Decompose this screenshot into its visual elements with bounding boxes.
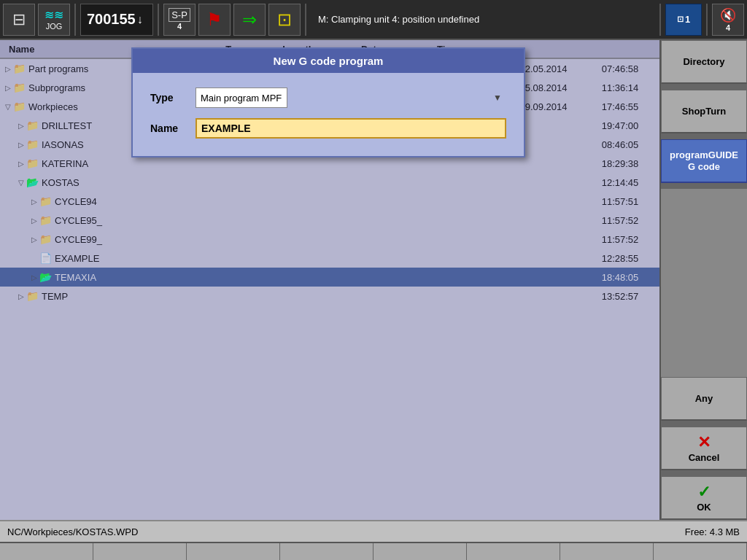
cancel-label: Cancel (689, 452, 720, 464)
sidebar-spacer-1 (661, 189, 747, 377)
new-gcode-dialog: New G code program Type Main program MPF… (131, 47, 525, 158)
mute-icon: 🔇 (720, 7, 736, 23)
file-browser: Name Type Length Date Time ▷📁Part progra… (0, 40, 659, 520)
modal-body: Type Main program MPF Subprogram SPF Cyc… (133, 73, 524, 156)
btn4b-label: 4 (726, 23, 730, 32)
jog-button[interactable]: ≋≋ JOG (38, 4, 70, 36)
shopturn-label: ShopTurn (682, 106, 726, 117)
sidebar-gap-2 (661, 133, 747, 139)
select-arrow-icon: ▼ (493, 93, 502, 103)
sidebar-gap-1 (661, 84, 747, 90)
sidebar-gap-5 (661, 470, 747, 476)
type-select-wrapper: Main program MPF Subprogram SPF Cycle ▼ (196, 88, 506, 108)
sep4 (659, 4, 661, 36)
sp-icon: S-P (169, 8, 190, 22)
bottom-btn-7[interactable] (560, 543, 654, 560)
type-select[interactable]: Main program MPF Subprogram SPF Cycle (196, 88, 287, 108)
modal-title: New G code program (133, 49, 524, 73)
ok-button[interactable]: ✓ OK (661, 476, 747, 520)
cancel-button[interactable]: ✕ Cancel (661, 427, 747, 470)
sep5 (706, 4, 708, 36)
yellow-icon-button[interactable]: ⊡ (268, 4, 301, 36)
green-arrow-icon: ⇒ (242, 9, 257, 30)
ok-check-icon: ✓ (697, 483, 711, 502)
ok-label: OK (697, 502, 711, 513)
sep3 (305, 4, 306, 36)
yellow-icon: ⊡ (277, 9, 292, 30)
directory-label: Directory (683, 56, 724, 68)
name-label: Name (150, 122, 187, 134)
bottom-btn-4[interactable] (280, 543, 374, 560)
btn1-label: 1 (685, 14, 690, 25)
sep2 (158, 4, 159, 36)
position-arrow: ↓ (137, 13, 143, 26)
bottom-btn-5[interactable] (374, 543, 467, 560)
bottom-btn-3[interactable] (187, 543, 280, 560)
jog-label: JOG (46, 22, 63, 31)
sidebar-gap-3 (661, 183, 747, 189)
type-row: Type Main program MPF Subprogram SPF Cyc… (150, 88, 506, 108)
programguide-button[interactable]: programGUIDE G code (661, 139, 747, 183)
blue-indicator: ⊡ 1 (665, 4, 702, 36)
bottom-btn-1[interactable] (0, 543, 93, 560)
position-display: 700155 ↓ (80, 4, 153, 36)
any-button[interactable]: Any (661, 377, 747, 421)
modal-overlay: New G code program Type Main program MPF… (0, 40, 659, 520)
name-row: Name (150, 118, 506, 139)
status-message: M: Clamping unit 4: position undefined (311, 14, 655, 25)
name-input[interactable] (196, 118, 506, 139)
shopturn-button[interactable]: ShopTurn (661, 90, 747, 133)
bottom-toolbar (0, 542, 747, 560)
flag-icon: ⚑ (206, 9, 222, 30)
bottom-btn-8[interactable] (654, 543, 747, 560)
btn4-label: 4 (177, 22, 182, 31)
main-area: Name Type Length Date Time ▷📁Part progra… (0, 40, 747, 520)
mute-button[interactable]: 🔇 4 (712, 4, 744, 36)
position-value: 700155 (87, 11, 136, 28)
programguide-label: programGUIDE G code (670, 149, 738, 172)
sidebar: Directory ShopTurn programGUIDE G code A… (659, 40, 747, 520)
directory-button[interactable]: Directory (661, 40, 747, 84)
sep1 (74, 4, 76, 36)
cancel-x-icon: ✕ (697, 433, 711, 452)
multi-page-button[interactable]: ⊟ (3, 4, 35, 36)
bottom-btn-6[interactable] (467, 543, 560, 560)
current-path: NC/Workpieces/KOSTAS.WPD (7, 526, 138, 537)
green-arrow-button[interactable]: ⇒ (233, 4, 266, 36)
bottom-btn-2[interactable] (93, 543, 187, 560)
wave-icon: ≋≋ (44, 8, 63, 22)
any-label: Any (695, 393, 713, 405)
sp-button[interactable]: S-P 4 (163, 4, 196, 36)
type-label: Type (150, 92, 187, 104)
status-bar: NC/Workpieces/KOSTAS.WPD Free: 4.3 MB (0, 520, 747, 542)
toolbar: ⊟ ≋≋ JOG 700155 ↓ S-P 4 ⚑ ⇒ ⊡ M: Clampin… (0, 0, 747, 40)
flag-button[interactable]: ⚑ (198, 4, 231, 36)
multi-page-icon: ⊟ (12, 10, 26, 29)
sidebar-gap-4 (661, 421, 747, 427)
free-space: Free: 4.3 MB (685, 526, 740, 537)
